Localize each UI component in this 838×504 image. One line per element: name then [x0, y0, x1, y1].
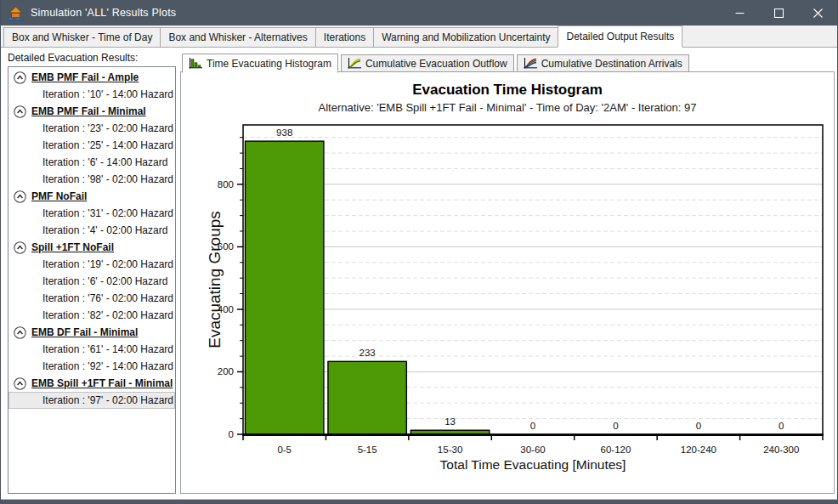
close-icon[interactable]: [798, 0, 837, 25]
tree-item-iteration-61-14-00-hazard[interactable]: Iteration : '61' - 14:00 Hazard: [8, 341, 175, 358]
plot-tab-time-evacuating-histogram[interactable]: Time Evacuating Histogram: [182, 54, 338, 73]
plot-tab-label: Cumulative Destination Arrivals: [541, 58, 682, 70]
bar-value-label: 0: [530, 421, 535, 431]
tree-item-iteration-10-14-00-hazard[interactable]: Iteration : '10' - 14:00 Hazard: [8, 86, 175, 103]
tree-group-label: EMB DF Fail - Minimal: [31, 326, 138, 338]
plot-tab-cumulative-evacuation-outflow[interactable]: Cumulative Evacuation Outflow: [341, 54, 514, 72]
chevron-up-circle-icon[interactable]: [14, 326, 26, 339]
tree-item-iteration-82-02-00-hazard[interactable]: Iteration : '82' - 02:00 Hazard: [8, 307, 175, 324]
histogram-chart: 93823313000002004006008000-55-1515-3030-…: [181, 119, 834, 493]
chevron-up-circle-icon[interactable]: [14, 105, 26, 118]
plot-tab-cumulative-destination-arrivals[interactable]: Cumulative Destination Arrivals: [517, 54, 689, 72]
bar-value-label: 233: [360, 348, 376, 358]
histogram-bar-5-15: [328, 361, 406, 434]
tree-group-spill-1ft-nofail[interactable]: Spill +1FT NoFail: [8, 239, 175, 256]
tree-group-label: EMB PMF Fail - Minimal: [31, 105, 146, 117]
histogram-bar-0-5: [246, 141, 324, 434]
chart-title: Evacuation Time Histogram: [181, 82, 834, 99]
y-tick-label: 0: [229, 429, 234, 439]
y-tick-label: 800: [218, 179, 234, 190]
main-tab-iterations[interactable]: Iterations: [315, 27, 374, 47]
x-tick-label: 0-5: [277, 445, 292, 455]
chevron-up-circle-icon[interactable]: [14, 241, 26, 254]
y-axis-title: Evacuating Groups: [206, 211, 224, 348]
bar-value-label: 0: [696, 421, 701, 431]
chevron-up-circle-icon[interactable]: [14, 71, 26, 84]
plot-tab-bar: Time Evacuating HistogramCumulative Evac…: [180, 53, 835, 72]
minimize-icon[interactable]: [720, 0, 759, 25]
tree-item-iteration-23-02-00-hazard[interactable]: Iteration : '23' - 02:00 Hazard: [8, 120, 175, 137]
tree-group-label: EMB PMF Fail - Ample: [31, 71, 139, 83]
main-tab-box-and-whisker-time-of-day[interactable]: Box and Whisker - Time of Day: [3, 27, 161, 47]
tree-item-iteration-97-02-00-hazard[interactable]: Iteration : '97' - 02:00 Hazard: [8, 392, 175, 409]
chevron-up-circle-icon[interactable]: [14, 377, 26, 390]
sidebar-heading: Detailed Evacuation Results:: [8, 52, 138, 64]
window-bottom-frame: [1, 499, 837, 504]
window-title: Simulation 'ALL' Results Plots: [31, 7, 176, 19]
chart-panel: Time Evacuating HistogramCumulative Evac…: [180, 53, 835, 494]
app-window: Simulation 'ALL' Results Plots Box and W…: [0, 0, 838, 504]
cumulative-outflow-icon: [348, 58, 361, 69]
histogram-icon: [189, 58, 202, 69]
x-tick-label: 5-15: [358, 445, 377, 455]
x-tick-label: 15-30: [438, 445, 462, 455]
x-axis-title: Total Time Evacuating [Minutes]: [440, 457, 626, 472]
tree-item-iteration-4-02-00-hazard[interactable]: Iteration : '4' - 02:00 Hazard: [8, 222, 175, 239]
bar-value-label: 13: [444, 416, 456, 427]
tree-item-iteration-98-02-00-hazard[interactable]: Iteration : '98' - 02:00 Hazard: [8, 171, 175, 188]
tree-item-iteration-25-14-00-hazard[interactable]: Iteration : '25' - 14:00 Hazard: [8, 137, 175, 154]
tree-group-emb-pmf-fail-ample[interactable]: EMB PMF Fail - Ample: [8, 69, 175, 86]
window-controls: [720, 0, 837, 25]
tree-item-iteration-92-14-00-hazard[interactable]: Iteration : '92' - 14:00 Hazard: [8, 358, 175, 375]
tree-item-iteration-19-02-00-hazard[interactable]: Iteration : '19' - 02:00 Hazard: [8, 256, 175, 273]
tree-group-emb-df-fail-minimal[interactable]: EMB DF Fail - Minimal: [8, 324, 175, 341]
plot-tab-label: Cumulative Evacuation Outflow: [365, 58, 507, 70]
plot-tab-label: Time Evacuating Histogram: [207, 58, 331, 70]
chevron-up-circle-icon[interactable]: [14, 190, 26, 203]
x-tick-label: 30-60: [520, 445, 545, 455]
tree-group-emb-spill-1ft-fail-minimal[interactable]: EMB Spill +1FT Fail - Minimal: [8, 375, 175, 392]
tree-group-label: EMB Spill +1FT Fail - Minimal: [31, 377, 173, 389]
main-tab-box-and-whisker-alternatives[interactable]: Box and Whisker - Alternatives: [160, 27, 315, 47]
tree-item-iteration-76-02-00-hazard[interactable]: Iteration : '76' - 02:00 Hazard: [8, 290, 175, 307]
titlebar: Simulation 'ALL' Results Plots: [1, 0, 837, 25]
maximize-icon[interactable]: [759, 0, 798, 25]
cumulative-arrivals-icon: [524, 58, 537, 69]
plot-area-panel: Evacuation Time Histogram Alternative: '…: [180, 71, 835, 494]
main-tab-warning-and-mobilization-uncertainty[interactable]: Warning and Mobilization Uncertainty: [373, 27, 558, 47]
tree-item-iteration-6-14-00-hazard[interactable]: Iteration : '6' - 14:00 Hazard: [8, 154, 175, 171]
house-icon: [8, 6, 24, 20]
x-tick-label: 240-300: [763, 445, 799, 455]
bar-value-label: 0: [613, 421, 618, 431]
tree-group-label: PMF NoFail: [31, 190, 87, 202]
main-tab-bar: Box and Whisker - Time of DayBox and Whi…: [1, 25, 837, 48]
tree-group-pmf-nofail[interactable]: PMF NoFail: [8, 188, 175, 205]
tree-item-iteration-31-02-00-hazard[interactable]: Iteration : '31' - 02:00 Hazard: [8, 205, 175, 222]
main-tab-detailed-output-results[interactable]: Detailed Output Results: [558, 25, 682, 48]
x-tick-label: 60-120: [601, 445, 631, 455]
bar-value-label: 938: [276, 127, 292, 138]
tree-group-emb-pmf-fail-minimal[interactable]: EMB PMF Fail - Minimal: [8, 103, 175, 120]
y-tick-label: 200: [218, 366, 234, 377]
tree-item-iteration-6-02-00-hazard[interactable]: Iteration : '6' - 02:00 Hazard: [8, 273, 175, 290]
evacuation-results-tree: EMB PMF Fail - AmpleIteration : '10' - 1…: [8, 66, 176, 494]
chart-subtitle: Alternative: 'EMB Spill +1FT Fail - Mini…: [181, 101, 834, 114]
tree-group-label: Spill +1FT NoFail: [31, 241, 114, 253]
bar-value-label: 0: [779, 421, 784, 431]
x-tick-label: 120-240: [681, 445, 716, 455]
